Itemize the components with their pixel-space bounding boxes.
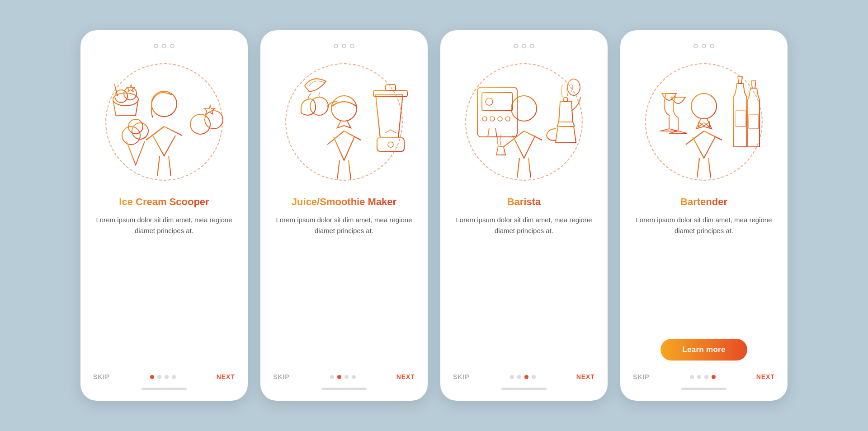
nav-dots [330, 375, 356, 379]
nav-dot-3 [524, 375, 528, 379]
card-desc-barista: Lorem ipsum dolor sit dim amet, mea regi… [453, 215, 595, 359]
card-bartender: Bartender Lorem ipsum dolor sit dim amet… [620, 30, 788, 401]
svg-point-19 [482, 117, 487, 121]
svg-point-18 [486, 98, 493, 105]
next-button[interactable]: NEXT [756, 373, 775, 380]
card-ice-cream-scooper: Ice Cream Scooper Lorem ipsum dolor sit … [80, 30, 248, 401]
nav-dot-3 [704, 375, 708, 379]
top-dot [710, 44, 714, 48]
nav-dot-2 [697, 375, 701, 379]
card-top-notch [453, 44, 595, 48]
svg-point-7 [190, 114, 210, 134]
nav-dot-1 [330, 375, 334, 379]
card-top-notch [93, 44, 235, 48]
svg-point-22 [505, 117, 510, 121]
card-top-notch [273, 44, 415, 48]
svg-rect-16 [477, 87, 517, 137]
card-nav-barista: SKIP NEXT [453, 370, 595, 380]
nav-dot-1 [690, 375, 694, 379]
illustration-ice-cream [99, 56, 230, 187]
next-button[interactable]: NEXT [576, 373, 595, 380]
top-dot [154, 44, 158, 48]
card-nav-juice: SKIP NEXT [273, 370, 415, 380]
scroll-indicator [321, 388, 367, 390]
top-dot [350, 44, 354, 48]
nav-dots [150, 375, 176, 379]
card-desc-juice: Lorem ipsum dolor sit dim amet, mea regi… [273, 215, 415, 359]
scroll-indicator [142, 388, 187, 390]
nav-dot-2 [337, 375, 341, 379]
scroll-indicator [501, 388, 547, 390]
top-dot [342, 44, 346, 48]
top-dot [530, 44, 534, 48]
illustration-juice [278, 56, 410, 187]
svg-point-1 [122, 126, 140, 145]
nav-dot-4 [532, 375, 536, 379]
top-dot [170, 44, 175, 48]
svg-point-24 [567, 79, 580, 95]
svg-point-14 [388, 142, 393, 147]
svg-rect-28 [749, 114, 759, 129]
top-dot [162, 44, 166, 48]
skip-button[interactable]: SKIP [633, 373, 650, 380]
nav-dot-3 [344, 375, 349, 379]
svg-point-25 [691, 94, 717, 119]
card-desc-ice-cream: Lorem ipsum dolor sit dim amet, mea regi… [93, 215, 235, 359]
scroll-indicator [681, 388, 726, 390]
card-desc-bartender: Lorem ipsum dolor sit dim amet, mea regi… [633, 215, 775, 328]
svg-point-20 [490, 117, 495, 121]
nav-dots [510, 375, 536, 379]
nav-dot-2 [157, 375, 161, 379]
illustration-barista [458, 56, 590, 187]
svg-point-9 [331, 96, 357, 121]
next-button[interactable]: NEXT [396, 373, 415, 380]
card-title-barista: Barista [507, 196, 541, 208]
card-title-juice: Juice/Smoothie Maker [292, 196, 396, 208]
svg-point-0 [151, 91, 177, 117]
card-nav-ice-cream: SKIP NEXT [93, 370, 235, 380]
svg-point-21 [498, 117, 502, 121]
nav-dot-1 [150, 375, 154, 379]
card-barista: Barista Lorem ipsum dolor sit dim amet, … [440, 30, 608, 401]
card-title-ice-cream: Ice Cream Scooper [119, 196, 209, 208]
svg-point-23 [563, 97, 568, 102]
top-dot [702, 44, 706, 48]
top-dot [522, 44, 526, 48]
next-button[interactable]: NEXT [217, 373, 235, 380]
nav-dot-4 [172, 375, 176, 379]
nav-dot-1 [510, 375, 514, 379]
card-top-notch [633, 44, 775, 48]
svg-rect-13 [377, 138, 404, 151]
skip-button[interactable]: SKIP [453, 373, 470, 380]
nav-dots [690, 375, 716, 379]
top-dot [514, 44, 518, 48]
skip-button[interactable]: SKIP [93, 373, 110, 380]
top-dot [693, 44, 698, 48]
nav-dot-2 [517, 375, 521, 379]
svg-point-15 [511, 96, 537, 121]
skip-button[interactable]: SKIP [273, 373, 290, 380]
svg-rect-27 [735, 111, 746, 126]
card-title-bartender: Bartender [680, 196, 727, 208]
card-nav-bartender: SKIP NEXT [633, 370, 775, 380]
svg-rect-12 [386, 84, 396, 91]
cards-container: Ice Cream Scooper Lorem ipsum dolor sit … [80, 30, 788, 401]
top-dot [334, 44, 338, 48]
nav-dot-4 [352, 375, 356, 379]
illustration-bartender [638, 56, 769, 187]
learn-more-button[interactable]: Learn more [660, 339, 747, 361]
card-juice-smoothie: Juice/Smoothie Maker Lorem ipsum dolor s… [260, 30, 428, 401]
nav-dot-4 [712, 375, 716, 379]
nav-dot-3 [165, 375, 169, 379]
